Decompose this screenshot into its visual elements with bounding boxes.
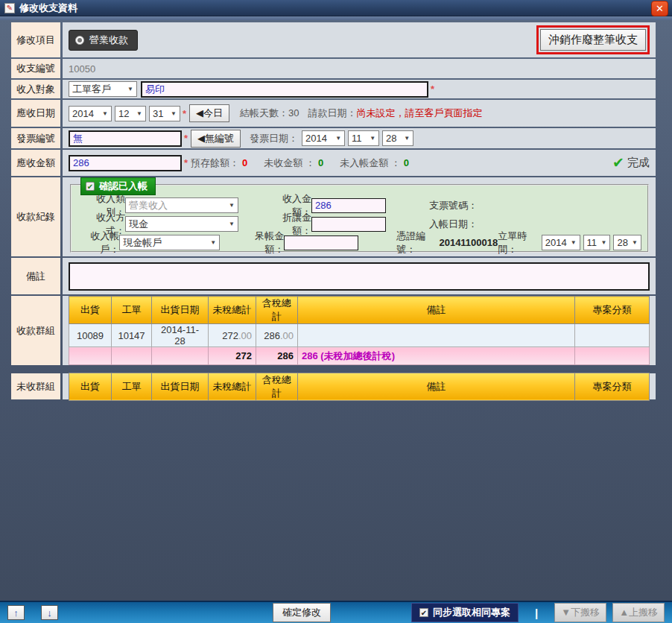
unreceived-group-content: 出貨 工單 出貨日期 未稅總計 含稅總計 備註 專案分類 <box>63 373 656 399</box>
invoice-month-value: 11 <box>352 133 362 144</box>
received-group-table: 出貨 工單 出貨日期 未稅總計 含稅總計 備註 專案分類 10089 10147… <box>69 296 650 365</box>
chevron-down-icon: ▼ <box>171 110 177 117</box>
confirm-modify-button[interactable]: 確定修改 <box>273 603 331 622</box>
prepaid-balance-label: 預存餘額： <box>191 156 239 170</box>
unposted-amount-label: 未入帳金額 ： <box>340 156 401 170</box>
confirm-posted-button[interactable]: ✔ 確認已入帳 <box>80 177 156 195</box>
chevron-down-icon: ▼ <box>136 110 142 117</box>
received-group-header-row: 出貨 工單 出貨日期 未稅總計 含稅總計 備註 專案分類 <box>69 297 650 324</box>
order-day-value: 28 <box>617 237 627 248</box>
chevron-down-icon: ▼ <box>370 135 375 142</box>
income-amount-input[interactable] <box>311 198 386 213</box>
order-year-select[interactable]: 2014 ▼ <box>542 235 580 250</box>
due-day-select[interactable]: 31 ▼ <box>149 106 180 121</box>
header-project-category: 專案分類 <box>575 373 650 400</box>
panel-line-1: 收入類別： 營業收入 ▼ 收入金額： 支票號碼： <box>77 196 641 215</box>
billing-date-label: 請款日期： <box>308 107 357 120</box>
total-taxed: 286 <box>256 347 298 365</box>
footer-divider: | <box>535 607 538 619</box>
billing-date-warning: 尚未設定，請至客戶頁面指定 <box>357 107 483 120</box>
due-amount-input[interactable] <box>69 155 182 171</box>
required-asterisk: * <box>184 133 188 144</box>
closing-days-text: 結帳天數：30 <box>240 107 299 120</box>
income-method-value: 現金 <box>129 218 148 231</box>
today-button[interactable]: ◀今日 <box>189 104 229 122</box>
business-receipt-radio[interactable]: 營業收款 <box>69 30 138 51</box>
cell-project-category <box>575 324 650 347</box>
income-type-select[interactable]: 營業收入 ▼ <box>125 197 238 213</box>
remark-label: 備註 <box>11 258 60 294</box>
voucher-no-label: 憑證編號： <box>396 230 439 256</box>
row-due-amount: 應收金額 * 預存餘額： 0 未收金額 ： 0 未入帳金額 ： 0 ✔ 完成 <box>11 150 656 176</box>
header-work-order: 工單 <box>112 297 152 324</box>
invoice-no-content: * ◀無編號 發票日期： 2014 ▼ 11 ▼ 28 ▼ <box>63 128 656 148</box>
income-account-value: 現金帳戶 <box>123 236 162 250</box>
unreceived-group-table: 出貨 工單 出貨日期 未稅總計 含稅總計 備註 專案分類 <box>69 373 650 401</box>
header-remark: 備註 <box>298 373 575 400</box>
discount-amount-input[interactable] <box>311 217 386 232</box>
chevron-down-icon: ▼ <box>127 86 133 92</box>
business-receipt-radio-label: 營業收款 <box>89 34 128 47</box>
modify-item-content: 營業收款 沖銷作廢整筆收支 <box>63 22 656 57</box>
due-month-select[interactable]: 12 ▼ <box>115 106 146 121</box>
invoice-month-select[interactable]: 11 ▼ <box>348 130 379 146</box>
prepaid-balance-value: 0 <box>242 157 247 168</box>
scroll-down-button[interactable]: ↓ <box>41 605 58 620</box>
sync-select-same-project-button[interactable]: ✔ 同步選取相同專案 <box>411 603 519 622</box>
order-day-select[interactable]: 28 ▼ <box>613 235 641 250</box>
total-empty-4 <box>575 347 650 365</box>
target-type-select[interactable]: 工單客戶 ▼ <box>69 81 137 97</box>
cell-untaxed-total: 272.00 <box>209 324 256 347</box>
header-taxed-total: 含稅總計 <box>256 297 298 324</box>
income-target-content: 工單客戶 ▼ * <box>63 80 656 98</box>
chevron-down-icon: ▼ <box>210 239 216 246</box>
income-method-select[interactable]: 現金 ▼ <box>125 216 238 232</box>
chevron-down-icon: ▼ <box>571 239 577 246</box>
scroll-up-button[interactable]: ↑ <box>7 605 25 620</box>
header-work-order: 工單 <box>112 373 152 400</box>
row-modify-item: 修改項目 營業收款 沖銷作廢整筆收支 <box>11 22 656 57</box>
move-up-button[interactable]: ▲上搬移 <box>612 603 665 622</box>
record-no-label: 收支編號 <box>11 59 60 78</box>
invoice-day-select[interactable]: 28 ▼ <box>382 130 413 146</box>
total-untaxed: 272 <box>209 347 256 365</box>
received-group-total-row: 272 286 286 (未稅加總後計稅) <box>69 347 650 365</box>
required-asterisk: * <box>183 108 186 119</box>
income-type-value: 營業收入 <box>129 199 168 212</box>
total-empty-1 <box>69 347 112 365</box>
title-bar: ✎ 修改收支資料 ✕ <box>0 0 672 16</box>
header-ship-date: 出貨日期 <box>152 373 209 400</box>
due-date-label: 應收日期 <box>11 100 60 127</box>
cell-ship-date: 2014-11-28 <box>152 324 209 347</box>
void-button-highlight: 沖銷作廢整筆收支 <box>536 25 650 54</box>
panel-line-3: 收入帳戶： 現金帳戶 ▼ 呆帳金額： 憑證編號： 20141100018 立單時… <box>77 233 641 252</box>
remark-content <box>63 258 656 294</box>
checkbox-checked-icon: ✔ <box>419 608 428 617</box>
green-check-icon: ✔ <box>612 154 624 171</box>
void-entire-entry-button[interactable]: 沖銷作廢整筆收支 <box>540 29 646 51</box>
chevron-down-icon: ▼ <box>102 110 108 117</box>
due-year-select[interactable]: 2014 ▼ <box>69 106 112 121</box>
no-invoice-number-button[interactable]: ◀無編號 <box>191 130 241 148</box>
chevron-down-icon: ▼ <box>404 135 410 142</box>
header-ship-date: 出貨日期 <box>152 297 209 324</box>
bad-debt-input[interactable] <box>284 235 358 250</box>
income-account-select[interactable]: 現金帳戶 ▼ <box>119 235 220 250</box>
header-untaxed-total: 未稅總計 <box>209 373 256 400</box>
edit-form: 修改項目 營業收款 沖銷作廢整筆收支 收支編號 10050 收入對象 工單客戶 … <box>11 22 656 401</box>
invoice-no-input[interactable] <box>69 130 182 147</box>
up-arrow-icon: ↑ <box>13 607 19 619</box>
move-down-button[interactable]: ▼下搬移 <box>554 603 606 622</box>
order-month-select[interactable]: 11 ▼ <box>583 235 611 250</box>
unreceived-group-label: 未收群組 <box>11 373 60 399</box>
chevron-down-icon: ▼ <box>335 135 341 142</box>
invoice-year-select[interactable]: 2014 ▼ <box>302 130 345 146</box>
row-received-group: 收款群組 出貨 工單 出貨日期 未稅總計 含稅總計 備註 專案分類 10089 … <box>11 296 656 365</box>
payment-record-label: 收款紀錄 <box>11 177 60 256</box>
close-button[interactable]: ✕ <box>651 1 668 16</box>
chevron-down-icon: ▼ <box>601 239 607 246</box>
income-target-input[interactable] <box>141 81 428 98</box>
received-group-data-row[interactable]: 10089 10147 2014-11-28 272.00 286.00 <box>69 324 650 347</box>
remark-input[interactable] <box>69 262 650 291</box>
unreceived-group-header-row: 出貨 工單 出貨日期 未稅總計 含稅總計 備註 專案分類 <box>69 373 650 400</box>
